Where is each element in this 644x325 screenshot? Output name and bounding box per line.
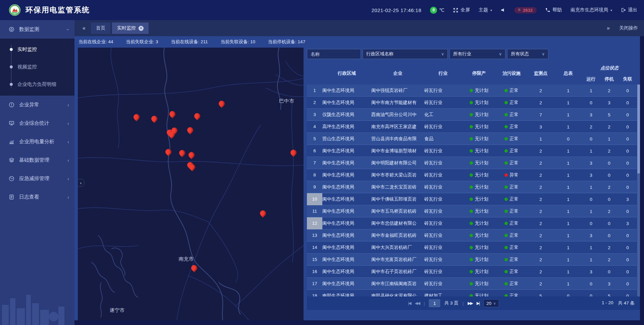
- cell-company: 阆中市忠信建材有限公: [371, 220, 424, 226]
- tabs-scroll-right-icon[interactable]: »: [605, 25, 612, 31]
- scrollbar-thumb[interactable]: [637, 85, 640, 173]
- table-row[interactable]: 9阆中生态环境局阆中市二龙长宝页岩砖砖瓦行业无计划正常21120: [307, 181, 637, 193]
- industry-select[interactable]: 所有行业∨: [449, 49, 505, 59]
- tab-close-icon[interactable]: ✕: [139, 26, 144, 31]
- cell-company: 南部县磁化水泥有限公: [371, 293, 424, 296]
- table-row[interactable]: 12阆中生态环境局阆中市忠信建材有限公砖瓦行业无计划正常21003: [307, 217, 637, 229]
- cell-index: 11: [307, 205, 322, 217]
- cell-stopped: 2: [600, 209, 618, 214]
- page-last-button[interactable]: ▶|: [477, 301, 479, 306]
- status-dot-green: [470, 270, 473, 273]
- map-pin[interactable]: [189, 164, 195, 170]
- sidebar-subitem-power-load-detail[interactable]: 企业电力负荷明细: [0, 75, 74, 93]
- table-row[interactable]: 17阆中生态环境局阆中市江南镇阆南页岩砖瓦行业无计划正常21030: [307, 278, 637, 290]
- status-dot-green: [470, 258, 473, 261]
- status-dot-green: [504, 149, 508, 153]
- sidebar-subitem-video-monitor[interactable]: 视频监控: [0, 58, 74, 75]
- table-row[interactable]: 10阆中生态环境局阆中千佛镇五郎垭页岩砖瓦行业无计划正常21003: [307, 193, 637, 205]
- map-pin[interactable]: [151, 116, 157, 122]
- tab-home[interactable]: 首页: [91, 22, 110, 34]
- cell-stop-plan: 无计划: [462, 281, 496, 287]
- table-row[interactable]: 14阆中生态环境局阆中大兴页岩机砖厂砖瓦行业无计划正常21120: [307, 241, 637, 254]
- table-row[interactable]: 16阆中生态环境局阆中市石子页岩机砖厂砖瓦行业无计划正常21300: [307, 266, 637, 278]
- page-next-button[interactable]: ▶▶: [468, 301, 472, 306]
- cell-industry: 砖瓦行业: [424, 245, 462, 251]
- logout-button[interactable]: 退出: [621, 7, 637, 13]
- map-pin[interactable]: [169, 111, 175, 117]
- cell-running: 3: [582, 161, 600, 166]
- sidebar-item-power-analysis[interactable]: 企业用电量分析‹: [0, 132, 74, 151]
- cell-stopped: 2: [600, 88, 618, 93]
- table-row[interactable]: 8阆中生态环境局阆中市枣碧大梁山页岩砖瓦行业无计划异常21300: [307, 169, 637, 181]
- sidebar-item-emergency-reduction[interactable]: 应急减排管理‹: [0, 169, 74, 188]
- status-select[interactable]: 所有状态∨: [507, 49, 548, 59]
- sidebar-item-enterprise-abnormal[interactable]: 企业异常‹: [0, 96, 74, 114]
- map-pin[interactable]: [194, 113, 200, 119]
- map-pin[interactable]: [133, 114, 140, 120]
- sidebar-item-enterprise-stats[interactable]: 企业综合统计‹: [0, 114, 74, 132]
- status-dot-green: [504, 101, 508, 104]
- cell-industry: 化工: [424, 112, 462, 118]
- sidebar-item-log-view[interactable]: 日志查看‹: [0, 188, 74, 206]
- right-panel: 行政区域名称∨ 所有行业∨ 所有状态∨ 行政区域企业行业停限产治污设施监测点总表…: [307, 48, 640, 310]
- tabs-scroll-left-icon[interactable]: «: [80, 25, 88, 31]
- logout-icon: [621, 8, 626, 12]
- name-search-input[interactable]: [311, 52, 357, 57]
- map-pin[interactable]: [187, 127, 193, 133]
- close-operations-button[interactable]: 关闭操作: [619, 25, 638, 31]
- table-row[interactable]: 18南部生态环境局南部县磁化水泥有限公建材加工无计划正常50050: [307, 290, 637, 296]
- table-scrollbar[interactable]: [637, 85, 640, 296]
- cell-facility: 异常: [496, 172, 527, 178]
- notification-badge[interactable]: 2632: [514, 7, 537, 13]
- header-actions: 2021-02-25 17:46:18 0 ℃ 全屏 主题 ▾ 2632: [371, 7, 637, 14]
- org-dropdown[interactable]: 南充市生态环境局 ▾: [571, 7, 612, 13]
- table-row[interactable]: 15阆中生态环境局阆中市光富页岩机砖厂砖瓦行业无计划正常21120: [307, 254, 637, 266]
- table-row[interactable]: 11阆中生态环境局阆中市五马桥页岩机砖砖瓦行业无计划正常21120: [307, 205, 637, 217]
- region-select[interactable]: 行政区域名称∨: [363, 49, 448, 59]
- page-number-input[interactable]: 1: [429, 299, 440, 307]
- table-row[interactable]: 7阆中生态环境局阆中明阳建材有限公司砖瓦行业无计划正常21300: [307, 157, 637, 169]
- table-row[interactable]: 2阆中生态环境局阆中市南方节能建材有砖瓦行业无计划正常21030: [307, 97, 637, 109]
- cell-stop-plan: 无计划: [462, 136, 496, 142]
- map-pin[interactable]: [179, 150, 185, 156]
- status-dot-green: [504, 210, 508, 213]
- map-pin[interactable]: [219, 101, 225, 107]
- status-dot-green: [504, 246, 508, 249]
- fullscreen-button[interactable]: 全屏: [453, 7, 470, 13]
- cell-index: 17: [307, 278, 322, 290]
- sidebar-item-base-data[interactable]: 基础数据管理‹: [0, 151, 74, 169]
- cell-lost: 0: [618, 209, 637, 214]
- cell-running: 1: [582, 209, 600, 214]
- cell-industry: 砖瓦行业: [424, 257, 462, 263]
- page-prev-button[interactable]: ◀◀: [415, 301, 420, 306]
- map-pin[interactable]: [191, 265, 197, 271]
- tab-realtime-monitor[interactable]: 实时监控✕: [112, 22, 149, 34]
- table-row[interactable]: 5营山生态环境局营山县润丰肉食品有限食品无计划正常10010: [307, 133, 637, 145]
- theme-dropdown[interactable]: 主题 ▾: [479, 7, 492, 13]
- table-row[interactable]: 3仪陇生态环境局西南油气田分公司川中化工无计划正常71350: [307, 109, 637, 121]
- map-pin[interactable]: [189, 152, 195, 158]
- brand: 环保用电监管系统: [9, 4, 90, 16]
- map-collapse-button[interactable]: ‹: [78, 179, 85, 187]
- cell-stopped: 2: [600, 245, 618, 250]
- sidebar-subitem-realtime-monitor[interactable]: 实时监控: [0, 41, 74, 58]
- cell-stop-plan: 无计划: [462, 112, 496, 118]
- chevron-left-icon: ‹: [67, 102, 69, 108]
- map-pin[interactable]: [290, 150, 297, 156]
- map-panel[interactable]: 巴中市南充市遂宁市 ‹: [78, 48, 304, 320]
- map-pin[interactable]: [171, 127, 177, 133]
- mute-button[interactable]: [501, 8, 505, 12]
- cell-industry: 砖瓦行业: [424, 172, 462, 178]
- table-row[interactable]: 4高坪生态环境局南充市高坪区王家店建砖瓦行业无计划正常31220: [307, 121, 637, 133]
- map-pin[interactable]: [165, 149, 171, 155]
- help-button[interactable]: 帮助: [545, 7, 562, 13]
- table-row[interactable]: 6阆中生态环境局阆中市金博瑞新型墙材砖瓦行业无计划正常21120: [307, 145, 637, 157]
- table-row[interactable]: 1阆中生态环境局阆中强锐页岩砖厂砖瓦行业无计划正常21120: [307, 85, 637, 97]
- cell-stopped: 2: [600, 149, 618, 154]
- table-row[interactable]: 13阆中生态环境局阆中市金福旺页岩机砖砖瓦行业无计划正常21300: [307, 229, 637, 241]
- map-pin[interactable]: [260, 210, 266, 216]
- page-size-select[interactable]: 20 ∨: [483, 299, 499, 307]
- sidebar-item-data-monitor[interactable]: 数据监测›: [0, 20, 74, 39]
- status-dot-green: [470, 149, 473, 153]
- page-first-button[interactable]: |◀: [408, 301, 411, 306]
